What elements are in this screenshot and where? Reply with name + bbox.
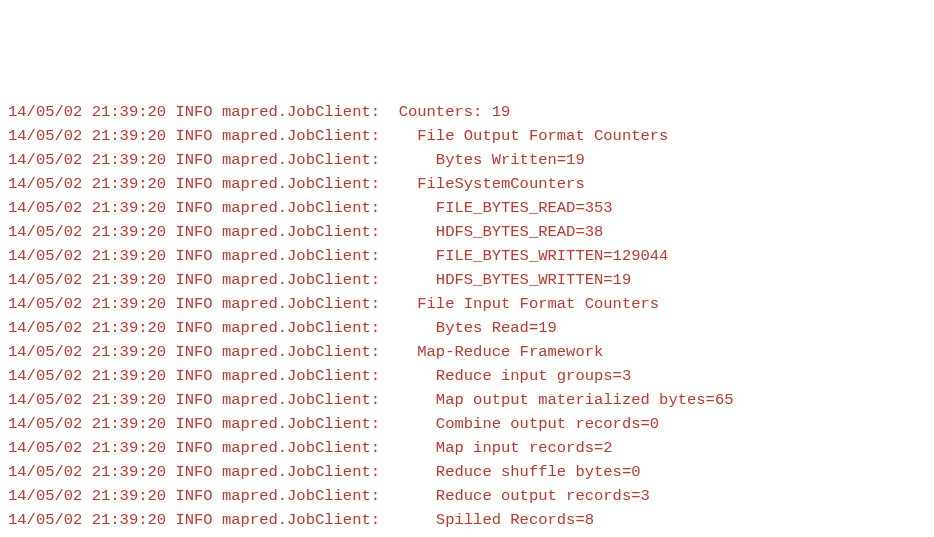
log-line: 14/05/02 21:39:20 INFO mapred.JobClient:… [8, 364, 926, 388]
log-line: 14/05/02 21:39:20 INFO mapred.JobClient:… [8, 268, 926, 292]
log-line: 14/05/02 21:39:20 INFO mapred.JobClient:… [8, 460, 926, 484]
log-line: 14/05/02 21:39:20 INFO mapred.JobClient:… [8, 220, 926, 244]
log-line: 14/05/02 21:39:20 INFO mapred.JobClient:… [8, 388, 926, 412]
log-line: 14/05/02 21:39:20 INFO mapred.JobClient:… [8, 196, 926, 220]
log-line: 14/05/02 21:39:20 INFO mapred.JobClient:… [8, 172, 926, 196]
log-line: 14/05/02 21:39:20 INFO mapred.JobClient:… [8, 292, 926, 316]
log-line: 14/05/02 21:39:20 INFO mapred.JobClient:… [8, 244, 926, 268]
log-line: 14/05/02 21:39:20 INFO mapred.JobClient:… [8, 100, 926, 124]
log-line: 14/05/02 21:39:20 INFO mapred.JobClient:… [8, 316, 926, 340]
log-output: 14/05/02 21:39:20 INFO mapred.JobClient:… [8, 100, 926, 537]
log-line: 14/05/02 21:39:20 INFO mapred.JobClient:… [8, 532, 926, 537]
log-line: 14/05/02 21:39:20 INFO mapred.JobClient:… [8, 124, 926, 148]
log-line: 14/05/02 21:39:20 INFO mapred.JobClient:… [8, 508, 926, 532]
log-line: 14/05/02 21:39:20 INFO mapred.JobClient:… [8, 412, 926, 436]
log-line: 14/05/02 21:39:20 INFO mapred.JobClient:… [8, 436, 926, 460]
log-line: 14/05/02 21:39:20 INFO mapred.JobClient:… [8, 148, 926, 172]
log-line: 14/05/02 21:39:20 INFO mapred.JobClient:… [8, 340, 926, 364]
log-line: 14/05/02 21:39:20 INFO mapred.JobClient:… [8, 484, 926, 508]
